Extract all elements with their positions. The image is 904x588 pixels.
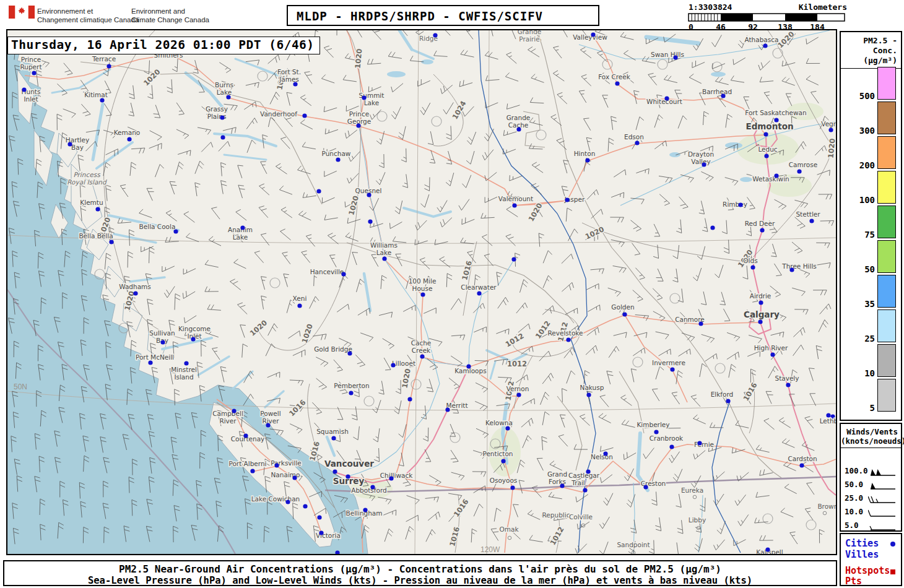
city-label: Red Deer bbox=[745, 220, 775, 227]
city-label: GrandForks bbox=[547, 470, 567, 485]
city-dot bbox=[505, 426, 510, 430]
city-dot bbox=[760, 228, 764, 232]
city-label: Xeni bbox=[293, 295, 307, 302]
legend-divider bbox=[841, 447, 901, 448]
city-label: Stavely bbox=[775, 374, 799, 382]
city-dot bbox=[220, 115, 224, 119]
city-label: Pemberton bbox=[334, 382, 369, 389]
city-label: Abbotsford bbox=[351, 486, 386, 494]
winds-legend-title: Winds/Vents (knots/noeuds) bbox=[841, 424, 901, 446]
city-dot bbox=[100, 98, 104, 102]
city-dot bbox=[828, 128, 833, 132]
city-dot bbox=[721, 93, 725, 98]
city-label: Klemtu bbox=[80, 199, 103, 206]
hotspots-label-en: Hotspots bbox=[845, 565, 890, 576]
city-dot bbox=[191, 337, 195, 341]
city-dot bbox=[370, 485, 375, 489]
city-dot bbox=[160, 340, 165, 344]
hotspots-label-fr: Pts chauds bbox=[845, 576, 901, 588]
city-dot bbox=[445, 407, 450, 412]
winds-legend: Winds/Vents (knots/noeuds) 100.050.025.0… bbox=[840, 423, 902, 532]
caption-line1: PM2.5 Near-Ground Air Concentrations (µg… bbox=[4, 563, 836, 575]
wind-legend-row: 50.0 bbox=[845, 480, 899, 492]
wind-legend-row: 10.0 bbox=[845, 507, 899, 519]
map-canvas: 1020102010201020102010201020102010201020… bbox=[7, 30, 836, 554]
city-dot bbox=[697, 441, 702, 445]
city-label: Merritt bbox=[446, 402, 467, 409]
city-label: Olds bbox=[743, 257, 757, 264]
city-label: Lethbridge bbox=[820, 417, 836, 425]
city-label: Lake Cowichan bbox=[251, 495, 300, 503]
city-label: Three Hills bbox=[781, 262, 817, 270]
city-label: Kitimat bbox=[84, 91, 108, 98]
city-dot bbox=[240, 225, 245, 230]
place-label: GrandePrairie bbox=[518, 30, 542, 43]
city-label: Athabasca bbox=[745, 36, 779, 43]
wind-barb-icon bbox=[868, 466, 897, 478]
wind-legend-row: 25.0 bbox=[845, 493, 899, 506]
city-dot bbox=[285, 499, 290, 504]
city-label: Osoyoos bbox=[490, 477, 518, 484]
product-title: MLDP - HRDPS/SHRPD - CWFIS/SCIFV bbox=[287, 5, 599, 26]
pm25-threshold-value: 10 bbox=[864, 368, 875, 378]
city-dot bbox=[622, 312, 627, 316]
city-dot bbox=[22, 87, 26, 92]
city-dot bbox=[758, 300, 763, 305]
pm25-threshold-value: 200 bbox=[859, 160, 875, 170]
us-town-label: Eureka bbox=[681, 486, 703, 494]
city-label: DraytonValley bbox=[688, 150, 714, 165]
city-dot bbox=[368, 219, 372, 223]
city-dot bbox=[566, 337, 570, 342]
city-label: Invermere bbox=[652, 359, 685, 366]
wind-speed-value: 100.0 bbox=[845, 466, 868, 475]
org-name-english: Environment andClimate Change Canada bbox=[131, 7, 209, 24]
city-label: CacheCreek bbox=[411, 339, 432, 354]
pm25-threshold-value: 50 bbox=[864, 264, 875, 274]
city-dot bbox=[420, 292, 425, 296]
city-dot bbox=[799, 463, 804, 467]
caption-line2: Sea-Level Pressure (hPa) and Low-Level W… bbox=[4, 575, 836, 586]
cities-label-fr: Villes bbox=[845, 549, 879, 560]
city-dot bbox=[341, 272, 346, 276]
city-label: Leduc bbox=[758, 145, 777, 153]
city-dot bbox=[643, 485, 648, 489]
city-label: Vancouver bbox=[324, 459, 374, 469]
pm25-threshold-value: 300 bbox=[859, 126, 875, 136]
city-dot bbox=[466, 364, 471, 368]
pm25-color-swatch bbox=[877, 379, 896, 412]
city-dot bbox=[382, 256, 386, 261]
cities-label-en: Cities bbox=[845, 538, 879, 549]
city-dot bbox=[389, 476, 393, 480]
pm25-legend-entry: 300 bbox=[843, 102, 896, 134]
city-dot bbox=[512, 203, 516, 207]
city-label: Rimbey bbox=[723, 201, 747, 208]
weather-map-page: Environnement etChangement climatique Ca… bbox=[0, 0, 904, 588]
valid-time-box: Thursday, 16 April 2026 01:00 PDT (6/46) bbox=[7, 37, 320, 54]
city-label: Squamish bbox=[316, 428, 349, 435]
city-dot bbox=[702, 162, 706, 166]
city-dot bbox=[750, 265, 755, 269]
city-dot bbox=[635, 141, 639, 145]
city-dot bbox=[332, 469, 337, 473]
city-dot bbox=[316, 189, 321, 193]
city-dot bbox=[127, 137, 131, 141]
city-label: PrinceRupert bbox=[20, 56, 41, 71]
city-dot bbox=[774, 173, 778, 178]
wind-speed-value: 5.0 bbox=[845, 521, 859, 530]
city-dot bbox=[95, 207, 100, 211]
city-dot bbox=[770, 352, 775, 357]
city-dot bbox=[698, 321, 703, 326]
city-dot bbox=[292, 475, 297, 480]
city-label: Port McNeill bbox=[136, 353, 174, 361]
city-dot bbox=[826, 413, 830, 417]
wind-speed-value: 10.0 bbox=[845, 507, 863, 516]
city-label: Gold Bridge bbox=[314, 345, 352, 353]
city-label: Fort Saskatchewan bbox=[745, 109, 806, 116]
map-area: 1020102010201020102010201020102010201020… bbox=[6, 29, 837, 555]
city-label: Fort St.James bbox=[277, 68, 301, 83]
city-dot-icon bbox=[890, 542, 895, 547]
city-label: Punchaw bbox=[322, 150, 351, 157]
city-label: Castlegar bbox=[568, 472, 600, 479]
city-dot bbox=[673, 55, 677, 59]
city-dot bbox=[670, 367, 674, 371]
